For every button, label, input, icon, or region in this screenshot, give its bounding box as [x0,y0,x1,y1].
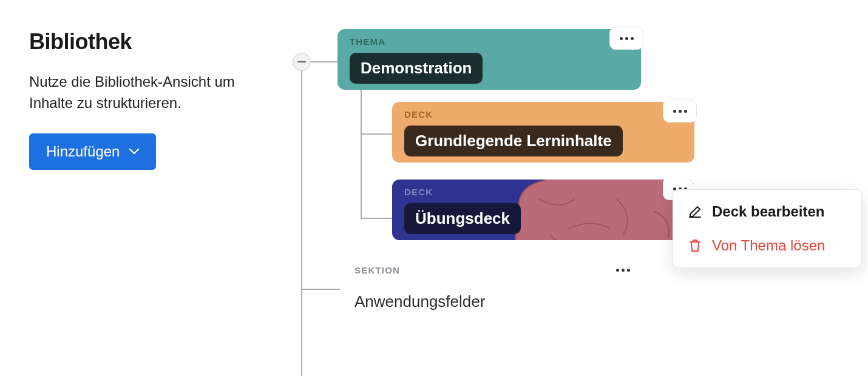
tree-connector [361,218,392,219]
deck-card[interactable]: DECK Übungsdeck [392,180,694,240]
add-button[interactable]: Hinzufügen [29,133,156,170]
minus-icon [297,61,306,63]
page-title: Bibliothek [29,29,260,55]
more-icon [631,37,634,40]
tree-connector [311,61,337,62]
thema-tag: THEMA [350,36,629,47]
tree-connector [301,70,302,376]
section-more-button[interactable] [606,258,640,281]
menu-item-edit-deck[interactable]: Deck bearbeiten [673,195,861,229]
menu-label: Von Thema lösen [712,237,825,254]
tree-connector [301,289,340,290]
thema-more-button[interactable] [609,27,643,50]
deck-title: Grundlegende Lerninhalte [404,126,623,156]
trash-icon [688,238,702,253]
thema-card[interactable]: THEMA Demonstration [337,29,641,90]
deck-title: Übungsdeck [404,203,521,234]
deck-tag: DECK [404,109,682,119]
tree-connector [361,90,362,218]
thema-title: Demonstration [350,53,483,84]
more-icon [622,269,625,272]
more-icon [679,110,682,113]
section-title: Anwendungsfelder [347,292,645,311]
page-description: Nutze die Bibliothek-Ansicht um Inhalte … [29,72,260,114]
section-tag: SEKTION [347,265,400,275]
deck-tag: DECK [404,187,682,197]
more-icon [620,37,623,40]
edit-icon [688,204,702,219]
more-icon [616,269,619,272]
deck-more-button[interactable] [663,99,697,123]
context-menu: Deck bearbeiten Von Thema lösen [673,189,862,268]
chevron-down-icon [129,149,139,155]
menu-item-detach-from-thema[interactable]: Von Thema lösen [673,229,861,263]
more-icon [627,269,630,272]
section-block: SEKTION Anwendungsfelder [347,258,645,311]
more-icon [673,110,676,113]
library-sidebar: Bibliothek Nutze die Bibliothek-Ansicht … [29,29,260,170]
menu-label: Deck bearbeiten [712,203,824,220]
deck-card[interactable]: DECK Grundlegende Lerninhalte [392,102,694,163]
tree-area: THEMA Demonstration DECK Grundlegende Le… [284,29,839,170]
add-button-label: Hinzufügen [46,143,120,160]
tree-connector [361,133,392,135]
more-icon [625,37,628,40]
collapse-toggle[interactable] [293,53,311,71]
more-icon [684,110,687,113]
